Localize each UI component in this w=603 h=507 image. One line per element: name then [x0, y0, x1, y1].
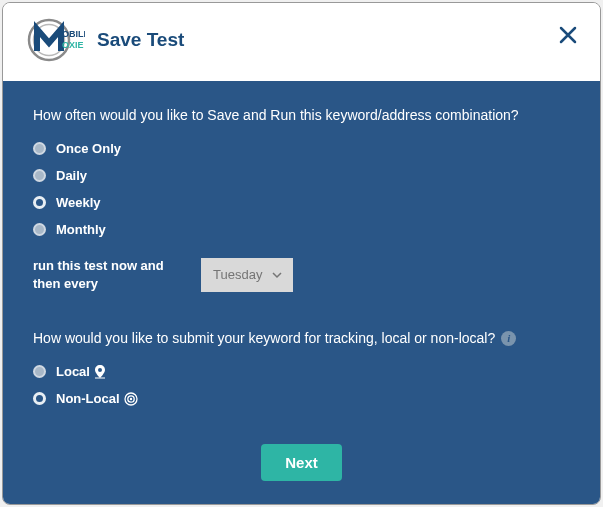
- radio-label: Daily: [56, 168, 87, 183]
- svg-text:OXIE: OXIE: [62, 40, 84, 50]
- schedule-row: run this test now and then every Tuesday: [33, 257, 570, 292]
- radio-icon: [33, 196, 46, 209]
- dialog-title: Save Test: [97, 29, 184, 51]
- frequency-option-weekly[interactable]: Weekly: [33, 195, 570, 210]
- radio-icon: [33, 365, 46, 378]
- tracking-option-nonlocal[interactable]: Non-Local: [33, 391, 570, 406]
- radio-label: Local: [56, 364, 90, 379]
- day-select[interactable]: Tuesday: [201, 258, 293, 292]
- radio-icon: [33, 169, 46, 182]
- svg-rect-4: [95, 377, 105, 378]
- dialog-footer: Next: [33, 444, 570, 481]
- dialog-header: OBILE OXIE Save Test: [3, 3, 600, 81]
- frequency-question: How often would you like to Save and Run…: [33, 107, 570, 123]
- tracking-option-local[interactable]: Local: [33, 364, 570, 379]
- next-button[interactable]: Next: [261, 444, 342, 481]
- save-test-dialog: OBILE OXIE Save Test How often would you…: [2, 2, 601, 505]
- info-icon[interactable]: i: [501, 331, 516, 346]
- location-pin-icon: [94, 365, 106, 379]
- schedule-label: run this test now and then every: [33, 257, 173, 292]
- close-button[interactable]: [558, 25, 578, 45]
- mobilemoxie-logo-icon: OBILE OXIE: [27, 17, 85, 63]
- dialog-body: How often would you like to Save and Run…: [3, 81, 600, 505]
- radio-icon: [33, 142, 46, 155]
- target-icon: [124, 392, 138, 406]
- brand-logo: OBILE OXIE: [27, 17, 85, 63]
- day-select-value: Tuesday: [213, 267, 262, 282]
- radio-label: Weekly: [56, 195, 101, 210]
- radio-label: Non-Local: [56, 391, 120, 406]
- close-icon: [558, 25, 578, 45]
- frequency-option-once[interactable]: Once Only: [33, 141, 570, 156]
- tracking-question-row: How would you like to submit your keywor…: [33, 330, 570, 346]
- radio-label: Once Only: [56, 141, 121, 156]
- svg-text:OBILE: OBILE: [62, 29, 85, 39]
- radio-icon: [33, 392, 46, 405]
- tracking-question: How would you like to submit your keywor…: [33, 330, 495, 346]
- frequency-option-daily[interactable]: Daily: [33, 168, 570, 183]
- radio-icon: [33, 223, 46, 236]
- radio-label: Monthly: [56, 222, 106, 237]
- chevron-down-icon: [271, 269, 283, 281]
- svg-point-7: [129, 397, 131, 399]
- frequency-option-monthly[interactable]: Monthly: [33, 222, 570, 237]
